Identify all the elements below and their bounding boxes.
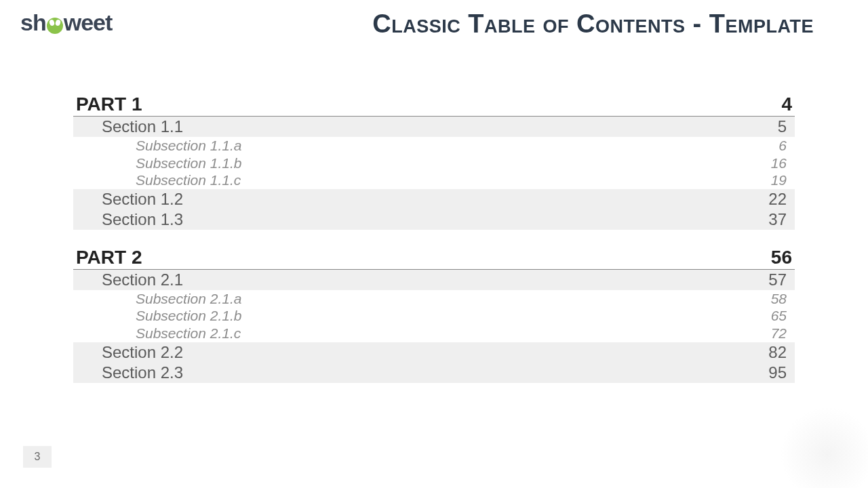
logo-leaf-icon	[47, 18, 63, 34]
toc-subsection-page: 6	[778, 137, 787, 155]
page-number: 3	[23, 446, 52, 468]
toc-subsection-row: Subsection 1.1.b16	[73, 155, 795, 172]
slide-header: sh weet Classic Table of Contents - Temp…	[0, 0, 868, 39]
slide-title: Classic Table of Contents - Template	[112, 9, 848, 39]
toc-section-label: Section 2.1	[102, 270, 183, 289]
toc-subsection-label: Subsection 2.1.b	[136, 307, 241, 325]
logo-text-pre: sh	[20, 9, 46, 36]
toc-section-label: Section 2.2	[102, 343, 183, 362]
toc-section-page: 5	[778, 117, 787, 136]
toc-subsection-page: 16	[771, 155, 787, 172]
toc-subsection-row: Subsection 2.1.c72	[73, 325, 795, 342]
toc-section-row: Section 1.15	[73, 117, 795, 137]
toc-part-page: 4	[781, 94, 792, 115]
toc-subsection-row: Subsection 1.1.c19	[73, 171, 795, 189]
toc-section-label: Section 2.3	[102, 363, 183, 382]
table-of-contents: PART 14Section 1.15Subsection 1.1.a6Subs…	[73, 93, 795, 383]
toc-subsection-page: 65	[771, 307, 787, 325]
logo-text-post: weet	[64, 9, 113, 36]
toc-subsection-page: 72	[771, 325, 787, 342]
toc-part-label: PART 1	[76, 94, 142, 115]
toc-section-page: 57	[768, 270, 787, 289]
toc-subsection-label: Subsection 1.1.b	[136, 155, 241, 172]
toc-section-label: Section 1.1	[102, 117, 183, 136]
toc-section-page: 37	[768, 210, 787, 229]
toc-section-page: 82	[768, 343, 787, 362]
toc-section-row: Section 1.222	[73, 189, 795, 209]
toc-part-row: PART 14	[73, 93, 795, 117]
toc-subsection-label: Subsection 1.1.a	[136, 137, 241, 155]
toc-section-page: 95	[768, 363, 787, 382]
toc-section-label: Section 1.3	[102, 210, 183, 229]
logo: sh weet	[20, 9, 112, 36]
toc-subsection-row: Subsection 2.1.a58	[73, 290, 795, 308]
toc-section-row: Section 2.282	[73, 342, 795, 363]
toc-subsection-label: Subsection 2.1.a	[136, 290, 241, 308]
toc-section-row: Section 2.395	[73, 363, 795, 383]
toc-subsection-label: Subsection 1.1.c	[136, 171, 241, 189]
toc-subsection-row: Subsection 2.1.b65	[73, 307, 795, 325]
toc-part-label: PART 2	[76, 247, 142, 268]
toc-section-page: 22	[768, 190, 787, 209]
toc-section-row: Section 2.157	[73, 270, 795, 290]
watermark-icon	[780, 407, 868, 488]
toc-part-row: PART 256	[73, 246, 795, 270]
toc-section-row: Section 1.337	[73, 209, 795, 230]
toc-part-page: 56	[771, 247, 792, 268]
toc-section-label: Section 1.2	[102, 190, 183, 209]
toc-subsection-page: 19	[771, 171, 787, 189]
toc-subsection-label: Subsection 2.1.c	[136, 325, 241, 342]
toc-subsection-row: Subsection 1.1.a6	[73, 137, 795, 155]
toc-subsection-page: 58	[771, 290, 787, 308]
